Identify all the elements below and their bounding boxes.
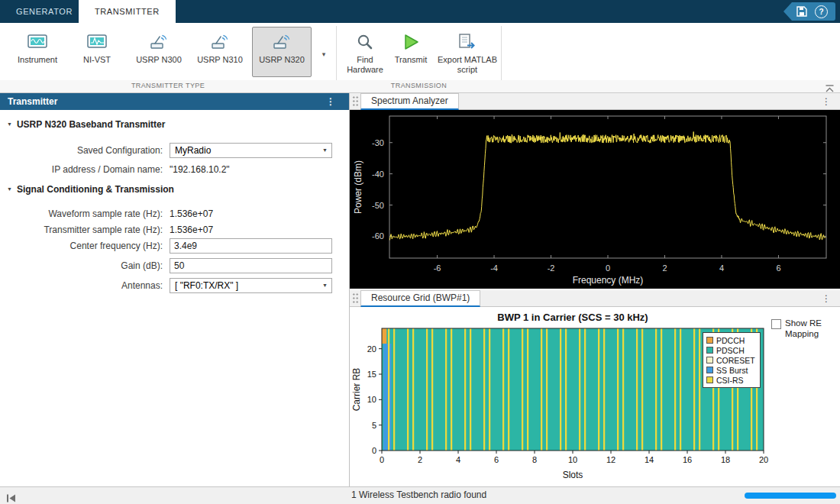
ribbon-section-strip: TRANSMITTER TYPE TRANSMISSION (0, 80, 840, 92)
svg-text:2: 2 (418, 455, 422, 464)
svg-text:-2: -2 (548, 263, 555, 273)
tab-resource-grid[interactable]: Resource Grid (BWP#1) (360, 290, 480, 307)
section-header-signal[interactable]: ▼Signal Conditioning & Transmission (7, 184, 174, 195)
center-frequency-input[interactable] (170, 238, 332, 254)
svg-text:Slots: Slots (563, 470, 583, 480)
gain-input[interactable] (170, 258, 332, 273)
panel-title: Transmitter (8, 96, 57, 107)
transmitter-type-usrp-n310[interactable]: USRP N310 (191, 27, 249, 77)
panel-options-kebab[interactable]: ⋮ (326, 93, 335, 110)
checkbox-label: Show RE Mapping (785, 318, 832, 339)
tab-generator[interactable]: GENERATOR (0, 0, 89, 23)
legend-label: CORESET (716, 356, 755, 365)
collapse-arrow-icon: ▼ (7, 121, 12, 127)
legend-label: PDCCH (716, 336, 745, 345)
svg-text:0: 0 (380, 455, 384, 464)
section-label-transmitter-type: TRANSMITTER TYPE (0, 82, 336, 89)
spectrum-analyzer-panel: -6-4-20246-30-40-50-60Frequency (MHz)Pow… (350, 110, 840, 289)
legend-item: PDSCH (706, 345, 755, 355)
legend-swatch (706, 347, 713, 354)
svg-text:15: 15 (367, 370, 376, 379)
ribbon: Instrument NI-VST USRP N300 USRP N310 US… (0, 23, 840, 93)
legend-item: CORESET (706, 355, 755, 365)
collapse-arrow-icon: ▼ (7, 186, 12, 192)
save-icon[interactable] (796, 6, 807, 17)
svg-text:Carrier RB: Carrier RB (351, 368, 362, 412)
find-hardware-button[interactable]: Find Hardware (341, 27, 389, 77)
legend-swatch (706, 357, 713, 363)
section-header-usrp[interactable]: ▼USRP N320 Baseband Transmitter (7, 119, 165, 130)
svg-text:4: 4 (719, 263, 724, 273)
button-label: NI-VST (73, 55, 121, 65)
button-label: USRP N320 (253, 55, 311, 65)
search-icon (342, 31, 388, 53)
field-label: Gain (dB): (0, 260, 163, 271)
ip-address-value: "192.168.10.2" (170, 164, 230, 175)
svg-text:20: 20 (759, 455, 768, 464)
transmitter-type-usrp-n300[interactable]: USRP N300 (130, 27, 188, 77)
dropdown-value: MyRadio (175, 145, 211, 156)
legend-label: PDSCH (716, 346, 745, 355)
transmitter-type-instrument[interactable]: Instrument (9, 27, 66, 77)
antennas-dropdown[interactable]: [ "RF0:TX/RX" ] ▼ (170, 278, 332, 293)
tab-transmitter[interactable]: TRANSMITTER (79, 0, 176, 23)
grid-legend: PDCCHPDSCHCORESETSS BurstCSI-RS (703, 332, 761, 388)
field-label: Saved Configuration: (0, 145, 163, 156)
legend-swatch (706, 376, 713, 383)
svg-text:-50: -50 (372, 201, 384, 210)
transmit-button[interactable]: Transmit (389, 27, 433, 77)
export-script-icon (437, 31, 498, 53)
svg-text:10: 10 (568, 455, 577, 464)
transmitter-type-overflow-button[interactable]: ▾ (315, 27, 333, 77)
help-icon[interactable]: ? (815, 5, 828, 18)
legend-label: CSI-RS (716, 376, 744, 385)
legend-item: SS Burst (706, 365, 755, 375)
svg-text:-40: -40 (372, 170, 384, 179)
section-title: USRP N320 Baseband Transmitter (17, 119, 166, 130)
svg-text:5: 5 (372, 421, 376, 430)
toolstrip-tab-bar: GENERATOR TRANSMITTER ? (0, 0, 840, 23)
svg-text:4: 4 (456, 455, 460, 464)
transmitter-type-usrp-n320[interactable]: USRP N320 (252, 27, 312, 77)
section-label-transmission: TRANSMISSION (337, 82, 501, 89)
transmitter-type-ni-vst[interactable]: NI-VST (72, 27, 122, 77)
ni-vst-icon (73, 31, 121, 53)
grid-options-kebab[interactable]: ⋮ (822, 290, 831, 307)
status-bar: 1 Wireless Testbench radio found (0, 486, 840, 504)
svg-text:18: 18 (721, 455, 730, 464)
spectrum-chart: -6-4-20246-30-40-50-60Frequency (MHz)Pow… (350, 110, 840, 289)
transmitter-sample-rate-value: 1.536e+07 (170, 225, 213, 235)
transmitter-panel: Transmitter ⋮ ▼USRP N320 Baseband Transm… (0, 93, 350, 486)
field-label: Waveform sample rate (Hz): (0, 208, 163, 219)
svg-text:6: 6 (494, 455, 499, 464)
field-label: Transmitter sample rate (Hz): (0, 225, 163, 235)
svg-text:0: 0 (372, 446, 376, 455)
chevron-down-icon: ▼ (322, 279, 328, 292)
waveform-sample-rate-value: 1.536e+07 (170, 208, 213, 219)
tab-spectrum-analyzer[interactable]: Spectrum Analyzer (360, 93, 459, 110)
collapse-left-panel-icon[interactable] (6, 492, 16, 504)
spectrum-options-kebab[interactable]: ⋮ (822, 93, 831, 110)
svg-text:6: 6 (776, 263, 780, 273)
saved-configuration-dropdown[interactable]: MyRadio ▼ (170, 143, 332, 158)
button-label: Find Hardware (342, 55, 388, 75)
legend-item: CSI-RS (706, 375, 755, 385)
svg-text:0: 0 (606, 263, 610, 273)
resource-grid-tabstrip: Resource Grid (BWP#1) ⋮ (350, 290, 840, 307)
svg-text:14: 14 (645, 455, 654, 464)
export-script-button[interactable]: Export MATLAB script (436, 27, 499, 77)
field-label: IP address / Domain name: (0, 164, 163, 175)
spectrum-tabstrip: Spectrum Analyzer ⋮ (350, 93, 840, 110)
svg-text:16: 16 (683, 455, 692, 464)
svg-text:-4: -4 (490, 263, 498, 273)
dropdown-value: [ "RF0:TX/RX" ] (175, 280, 238, 291)
svg-text:20: 20 (367, 344, 376, 354)
resource-grid-chart: 0246810121416182005101520SlotsCarrier RB (350, 307, 840, 486)
svg-text:-30: -30 (372, 138, 384, 147)
instrument-icon (10, 31, 65, 53)
show-re-mapping-checkbox[interactable] (771, 319, 781, 329)
panel-drag-grip[interactable] (352, 95, 359, 107)
svg-text:Power (dBm): Power (dBm) (353, 160, 363, 214)
svg-text:8: 8 (532, 455, 537, 464)
panel-drag-grip[interactable] (352, 292, 359, 304)
